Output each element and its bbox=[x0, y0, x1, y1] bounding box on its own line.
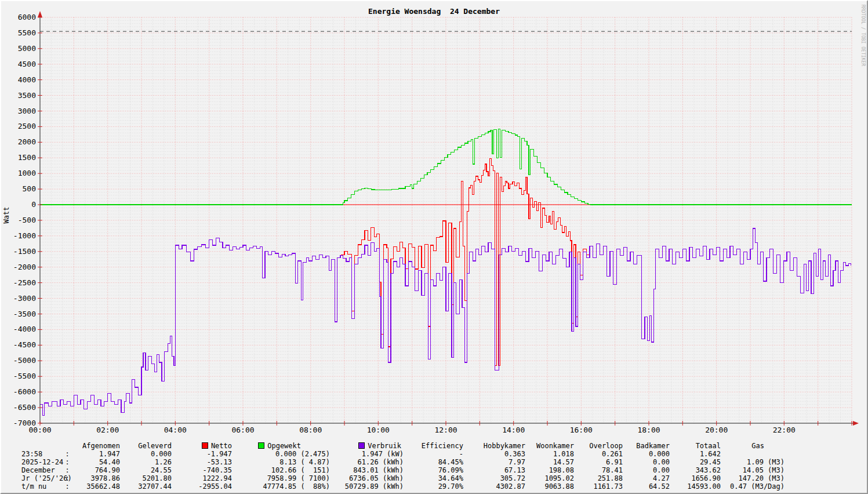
x-tick-label: 22:00 bbox=[773, 426, 796, 434]
row-colon: : bbox=[63, 466, 71, 474]
cell-geleverd: 32707.44 bbox=[120, 482, 172, 491]
cell-efficiency: - bbox=[404, 450, 463, 458]
cell-opgewekt: 0.000 (2.475) bbox=[232, 450, 330, 458]
cell-woonkamer: 198.08 bbox=[525, 466, 574, 474]
cell-gas: 147.20 (M3) bbox=[721, 474, 785, 482]
x-tick-label: 06:00 bbox=[231, 426, 254, 434]
y-tick-label: 6000 bbox=[18, 13, 36, 21]
cell-afgenomen: 54.40 bbox=[71, 458, 120, 466]
cell-geleverd: 5201.80 bbox=[120, 474, 172, 482]
cell-efficiency: 29.70% bbox=[404, 482, 463, 491]
y-tick-label: 2500 bbox=[18, 122, 36, 130]
y-axis-arrow-icon bbox=[38, 11, 42, 17]
column-header-gas: Gas bbox=[721, 442, 785, 450]
y-tick-label: -5500 bbox=[13, 372, 36, 380]
energy-chart: -7000-6500-6000-5500-5000-4500-4000-3500… bbox=[1, 1, 867, 439]
cell-opgewekt: 7958.99 ( 7100) bbox=[232, 474, 330, 482]
column-header-netto: Netto bbox=[172, 442, 232, 450]
legend-data-row: t/m nu:35662.4832707.44-2955.0447774.85 … bbox=[1, 482, 867, 491]
cell-hobbykamer: 7.97 bbox=[463, 458, 525, 466]
cell-verbruik: 1.947 (kW) bbox=[330, 450, 404, 458]
legend-data-row: 23:58:1.9470.000-1.9470.000 (2.475)1.947… bbox=[1, 450, 867, 458]
y-tick-label: 5500 bbox=[18, 28, 36, 37]
header-spacer bbox=[63, 442, 71, 450]
y-tick-label: 500 bbox=[23, 184, 36, 193]
x-tick-label: 14:00 bbox=[502, 426, 525, 434]
cell-hobbykamer: 305.72 bbox=[463, 474, 525, 482]
x-tick-label: 16:00 bbox=[570, 426, 593, 434]
x-axis-arrow-icon bbox=[853, 421, 859, 426]
cell-gas: 1.09 (M3) bbox=[721, 458, 785, 466]
cell-hobbykamer: 0.363 bbox=[463, 450, 525, 458]
cell-afgenomen: 764.90 bbox=[71, 466, 120, 474]
cell-verbruik: 843.01 (kWh) bbox=[330, 466, 404, 474]
x-tick-label: 10:00 bbox=[367, 426, 390, 434]
cell-gas: 0.47 (M3/Dag) bbox=[721, 482, 785, 491]
column-header-totaal: Totaal bbox=[670, 442, 721, 450]
y-tick-label: -6500 bbox=[13, 403, 36, 412]
cell-gas: 14.05 (M3) bbox=[721, 466, 785, 474]
rrdtool-energy-graph: -7000-6500-6000-5500-5000-4500-4000-3500… bbox=[0, 0, 868, 494]
cell-efficiency: 34.64% bbox=[404, 474, 463, 482]
legend-data-row: December:764.9024.55-740.35102.66 ( 151)… bbox=[1, 466, 867, 474]
column-header-verbruik: Verbruik bbox=[330, 442, 404, 450]
y-tick-label: -3000 bbox=[13, 294, 36, 303]
cell-verbruik: 6736.05 (kWh) bbox=[330, 474, 404, 482]
cell-netto: -53.13 bbox=[172, 458, 232, 466]
cell-overloop: 78.41 bbox=[574, 466, 623, 474]
cell-overloop: 251.88 bbox=[574, 474, 623, 482]
cell-efficiency: 76.09% bbox=[404, 466, 463, 474]
column-header-badkamer: Badkamer bbox=[623, 442, 670, 450]
axes bbox=[40, 13, 853, 423]
cell-opgewekt: 47774.85 ( 88%) bbox=[232, 482, 330, 491]
cell-overloop: 0.261 bbox=[574, 450, 623, 458]
y-tick-label: 1500 bbox=[18, 153, 36, 162]
cell-badkamer: 64.52 bbox=[623, 482, 670, 491]
row-label: 23:58 bbox=[21, 450, 63, 458]
y-tick-label: -1500 bbox=[13, 247, 36, 256]
y-tick-label: -3500 bbox=[13, 310, 36, 318]
column-header-efficiency: Efficiency bbox=[404, 442, 463, 450]
cell-efficiency: 84.45% bbox=[404, 458, 463, 466]
y-tick-label: -6000 bbox=[13, 387, 36, 396]
y-tick-label: -1000 bbox=[13, 231, 36, 240]
y-tick-label: 3000 bbox=[18, 107, 36, 115]
legend-header-row: AfgenomenGeleverdNettoOpgewektVerbruikEf… bbox=[1, 442, 867, 450]
x-tick-label: 02:00 bbox=[96, 426, 119, 434]
cell-woonkamer: 9063.88 bbox=[525, 482, 574, 491]
x-tick-label: 00:00 bbox=[28, 426, 51, 434]
row-label: 2025-12-24 bbox=[21, 458, 63, 466]
x-tick-label: 18:00 bbox=[637, 426, 660, 434]
row-colon: : bbox=[63, 450, 71, 458]
cell-overloop: 6.91 bbox=[574, 458, 623, 466]
legend-data-row: Jr ('25/'26):3978.865201.801222.947958.9… bbox=[1, 474, 867, 482]
column-header-overloop: Overloop bbox=[574, 442, 623, 450]
row-label: Jr ('25/'26) bbox=[21, 474, 63, 482]
row-label: t/m nu bbox=[21, 482, 63, 491]
cell-geleverd: 1.26 bbox=[120, 458, 172, 466]
y-tick-label: -500 bbox=[18, 216, 36, 224]
y-tick-label: -4500 bbox=[13, 340, 36, 349]
cell-opgewekt: 8.13 ( 4.87) bbox=[232, 458, 330, 466]
cell-totaal: 1.642 bbox=[670, 450, 721, 458]
y-tick-label: -2500 bbox=[13, 278, 36, 287]
y-tick-label: 2000 bbox=[18, 137, 36, 146]
y-tick-label: 3500 bbox=[18, 91, 36, 100]
cell-netto: -1.947 bbox=[172, 450, 232, 458]
cell-netto: -2955.04 bbox=[172, 482, 232, 491]
row-colon: : bbox=[63, 458, 71, 466]
column-header-hobbykamer: Hobbykamer bbox=[463, 442, 525, 450]
series-verbruik bbox=[40, 228, 851, 416]
cell-totaal: 343.62 bbox=[670, 466, 721, 474]
x-tick-label: 08:00 bbox=[299, 426, 322, 434]
y-tick-label: 1000 bbox=[18, 169, 36, 177]
cell-woonkamer: 14.57 bbox=[525, 458, 574, 466]
cell-geleverd: 0.000 bbox=[120, 450, 172, 458]
legend-table: AfgenomenGeleverdNettoOpgewektVerbruikEf… bbox=[1, 442, 867, 491]
y-tick-label: 0 bbox=[31, 200, 36, 209]
y-tick-label: 5000 bbox=[18, 44, 36, 53]
x-tick-label: 20:00 bbox=[705, 426, 728, 434]
cell-gas bbox=[721, 450, 785, 458]
verbruik-legend-swatch-icon bbox=[358, 442, 365, 449]
column-header-afgenomen: Afgenomen bbox=[71, 442, 120, 450]
